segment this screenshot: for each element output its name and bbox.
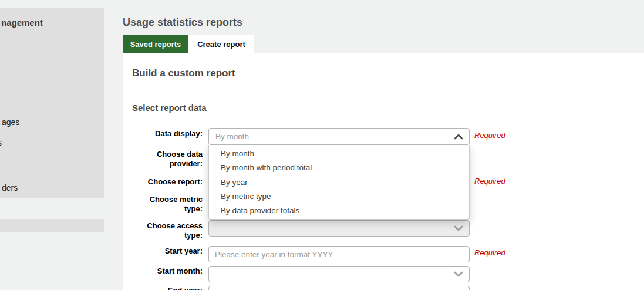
data-provider-label: Choose data provider:	[120, 150, 203, 168]
text-caret	[215, 133, 215, 141]
tab-saved-reports-label: Saved reports	[130, 40, 181, 49]
tab-create-report[interactable]: Create report	[188, 35, 254, 53]
sidebar-item-fragment[interactable]: s	[0, 138, 2, 147]
section-title: Select report data	[132, 103, 207, 113]
report-label: Choose report:	[120, 177, 203, 187]
data-display-dropdown: By month By month with period total By y…	[208, 145, 470, 220]
access-type-select[interactable]	[208, 220, 470, 237]
start-month-label: Start month:	[120, 267, 203, 276]
dropdown-option-by-metric-type[interactable]: By metric type	[221, 192, 271, 201]
end-year-label: End year:	[120, 286, 203, 290]
metric-type-label: Choose metric type:	[120, 195, 203, 214]
chevron-down-icon	[454, 271, 463, 277]
tab-saved-reports[interactable]: Saved reports	[123, 35, 188, 53]
end-year-input[interactable]	[208, 286, 470, 290]
chevron-down-icon	[454, 225, 463, 231]
start-month-select[interactable]	[208, 266, 470, 282]
start-year-input[interactable]	[208, 246, 470, 262]
sidebar-secondary-panel	[0, 219, 104, 232]
data-display-combobox[interactable]: By month	[208, 128, 470, 145]
dropdown-option-by-month-period-total[interactable]: By month with period total	[221, 163, 312, 172]
form-title: Build a custom report	[132, 68, 235, 79]
report-required: Required	[474, 177, 505, 186]
access-type-label: Choose access type:	[120, 221, 203, 240]
data-display-label: Data display:	[120, 129, 203, 139]
data-display-placeholder: By month	[215, 132, 249, 141]
data-display-required: Required	[474, 131, 505, 140]
sidebar-item-fragment[interactable]: ages	[2, 117, 19, 127]
sidebar-menu-panel	[0, 8, 104, 198]
dropdown-option-by-month[interactable]: By month	[221, 149, 254, 158]
start-year-required: Required	[474, 248, 505, 257]
sidebar-item-fragment[interactable]: ders	[2, 183, 18, 193]
dropdown-option-by-data-provider-totals[interactable]: By data provider totals	[221, 206, 299, 215]
page-title: Usage statistics reports	[123, 16, 242, 29]
dropdown-option-by-year[interactable]: By year	[221, 178, 248, 187]
start-year-label: Start year:	[120, 247, 203, 256]
chevron-up-icon	[454, 134, 463, 140]
sidebar-heading-fragment: nagement	[1, 18, 43, 28]
page: nagement ages s ders Usage statistics re…	[0, 0, 644, 290]
tab-create-report-label: Create report	[197, 40, 245, 49]
